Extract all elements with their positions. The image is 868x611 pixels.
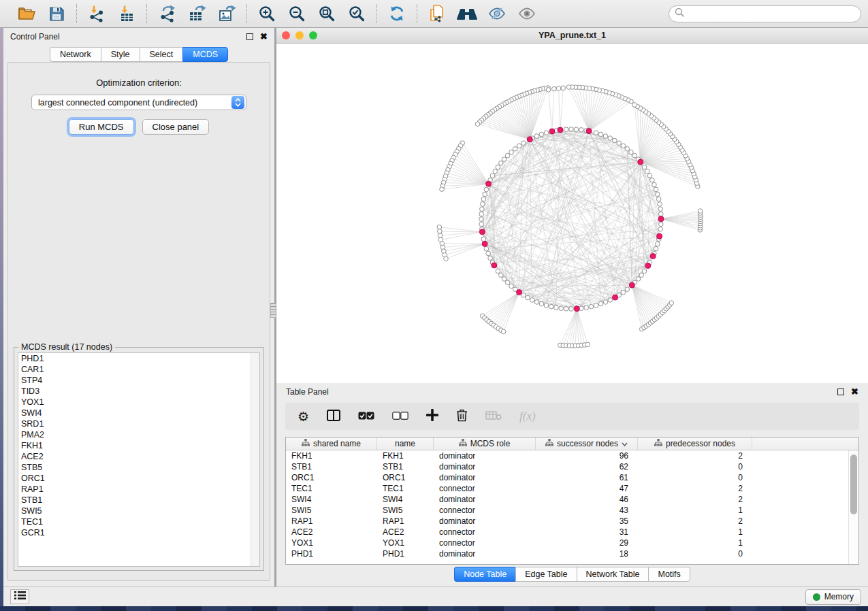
cell-predecessor-nodes: 2: [638, 516, 752, 527]
select-all-columns-button[interactable]: [358, 410, 374, 423]
split-view-button[interactable]: [327, 410, 340, 424]
table-row[interactable]: PHD1PHD1dominator180: [286, 548, 848, 559]
export-image-button[interactable]: [216, 3, 237, 24]
zoom-selected-button[interactable]: [347, 3, 367, 24]
function-builder-button[interactable]: f(x): [519, 410, 536, 423]
tab-select[interactable]: Select: [140, 47, 183, 62]
search-input[interactable]: [688, 9, 855, 18]
table-row[interactable]: SWI5SWI5connector431: [286, 505, 848, 516]
open-session-button[interactable]: [16, 3, 37, 24]
result-node[interactable]: ORC1: [18, 473, 259, 484]
result-node[interactable]: PHD1: [18, 353, 259, 364]
zoom-in-button[interactable]: [257, 3, 277, 24]
result-node[interactable]: FKH1: [18, 440, 259, 451]
show-graphics-button[interactable]: [517, 3, 537, 24]
task-list-icon: [14, 591, 26, 603]
save-session-button[interactable]: [46, 3, 67, 24]
tab-motifs[interactable]: Motifs: [648, 567, 690, 582]
table-row[interactable]: ACE2ACE2connector311: [286, 527, 848, 538]
mcds-result-items: PHD1CAR1STP4TID3YOX1SWI4SRD1PMA2FKH1ACE2…: [18, 353, 259, 538]
optimization-criterion-select[interactable]: largest connected component (undirected): [31, 95, 246, 110]
column-header-predecessor-nodes[interactable]: predecessor nodes: [638, 437, 752, 450]
import-network-button[interactable]: [86, 3, 107, 24]
network-window-titlebar[interactable]: YPA_prune.txt_1: [276, 28, 868, 44]
deselect-all-columns-button[interactable]: [392, 410, 408, 423]
result-node[interactable]: STP4: [18, 375, 259, 386]
minimize-window-icon[interactable]: [295, 31, 304, 39]
tab-mcds[interactable]: MCDS: [182, 47, 228, 62]
cell-successor-nodes: 61: [536, 472, 638, 483]
result-node[interactable]: TEC1: [18, 516, 259, 527]
result-node[interactable]: ACE2: [18, 451, 259, 462]
table-row[interactable]: RAP1RAP1dominator352: [286, 516, 848, 527]
result-node[interactable]: PMA2: [18, 429, 259, 440]
table-scrollbar[interactable]: [848, 450, 858, 564]
delete-table-button[interactable]: [485, 410, 502, 423]
close-panel-button[interactable]: Close panel: [142, 119, 210, 135]
cell-mcds-role: dominator: [434, 450, 536, 461]
cell-name: SWI4: [377, 494, 434, 505]
shared-column-icon: [302, 439, 310, 448]
table-row[interactable]: STB1STB1dominator620: [286, 461, 848, 472]
export-table-button[interactable]: [187, 3, 207, 24]
tab-node-table[interactable]: Node Table: [454, 567, 515, 582]
float-table-panel-icon[interactable]: [837, 389, 844, 395]
search-objects-button[interactable]: [457, 3, 477, 24]
table-row[interactable]: SWI4SWI4dominator462: [286, 494, 848, 505]
cell-name: STB1: [377, 461, 434, 472]
table-options-button[interactable]: ⚙: [298, 410, 309, 423]
fit-content-button[interactable]: [317, 3, 337, 24]
result-node[interactable]: TID3: [18, 386, 259, 397]
cell-shared-name: YOX1: [286, 538, 377, 548]
result-node[interactable]: YOX1: [18, 397, 259, 408]
refresh-button[interactable]: [387, 3, 407, 24]
import-table-button[interactable]: [116, 3, 137, 24]
network-canvas[interactable]: [276, 44, 868, 382]
task-history-button[interactable]: [10, 589, 29, 604]
cell-name: YOX1: [377, 538, 434, 548]
result-node[interactable]: SWI5: [18, 506, 259, 516]
close-window-icon[interactable]: [282, 31, 290, 39]
close-table-panel-icon[interactable]: ✖: [851, 389, 858, 395]
column-header-mcds-role[interactable]: MCDS role: [434, 437, 536, 450]
column-header-successor-nodes[interactable]: successor nodes: [536, 437, 638, 450]
result-node[interactable]: STB5: [18, 462, 259, 473]
scrollbar-thumb[interactable]: [850, 455, 857, 514]
result-node[interactable]: GCR1: [18, 527, 259, 538]
zoom-out-button[interactable]: [287, 3, 307, 24]
table-row[interactable]: FKH1FKH1dominator962: [286, 450, 848, 461]
tab-edge-table[interactable]: Edge Table: [515, 567, 576, 582]
table-row[interactable]: ORC1ORC1dominator610: [286, 472, 848, 483]
table-row[interactable]: TEC1TEC1connector472: [286, 483, 848, 494]
result-node[interactable]: SRD1: [18, 418, 259, 429]
float-panel-icon[interactable]: [246, 33, 253, 40]
result-node[interactable]: RAP1: [18, 484, 259, 495]
cell-shared-name: ACE2: [286, 527, 377, 538]
duplicate-network-button[interactable]: [427, 3, 447, 24]
column-header-name[interactable]: name: [377, 437, 434, 450]
run-mcds-button[interactable]: Run MCDS: [69, 119, 134, 135]
tab-network[interactable]: Network: [50, 47, 101, 62]
delete-columns-button[interactable]: [456, 409, 468, 425]
result-node[interactable]: STB1: [18, 495, 259, 506]
memory-button[interactable]: Memory: [805, 589, 861, 605]
close-panel-icon[interactable]: ✖: [260, 33, 268, 40]
column-header-shared-name[interactable]: shared name: [286, 437, 377, 450]
cell-shared-name: SWI4: [286, 494, 377, 505]
tab-style[interactable]: Style: [101, 47, 140, 62]
maximize-window-icon[interactable]: [309, 31, 317, 39]
export-network-button[interactable]: [157, 3, 177, 24]
mcds-result-list[interactable]: PHD1CAR1STP4TID3YOX1SWI4SRD1PMA2FKH1ACE2…: [18, 352, 260, 567]
zoom-in-icon: [258, 5, 276, 22]
cell-successor-nodes: 96: [536, 450, 638, 461]
hide-graphics-button[interactable]: [487, 3, 507, 24]
result-node[interactable]: CAR1: [18, 364, 259, 375]
tab-network-table[interactable]: Network Table: [577, 567, 649, 582]
table-row[interactable]: YOX1YOX1connector291: [286, 538, 848, 548]
add-column-button[interactable]: [426, 409, 438, 424]
cell-name: PHD1: [377, 548, 434, 559]
result-list-scrollbar[interactable]: [251, 353, 259, 566]
result-node[interactable]: SWI4: [18, 408, 259, 418]
main-toolbar: [0, 0, 868, 28]
memory-label: Memory: [824, 592, 854, 601]
